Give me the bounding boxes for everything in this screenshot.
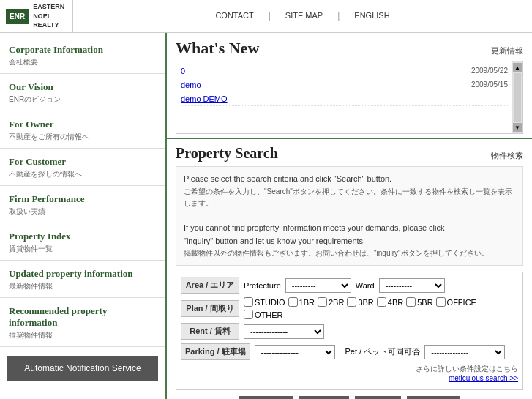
auto-notification-button[interactable]: Automatic Notification Service bbox=[7, 356, 158, 381]
sidebar-item-updated[interactable]: Updated property information 最新物件情報 bbox=[0, 261, 165, 298]
reset-button[interactable]: Reset bbox=[299, 396, 348, 399]
plan-label: Plan / 間取り bbox=[181, 300, 239, 317]
sidebar-item-corporate[interactable]: Corporate Information 会社概要 bbox=[0, 37, 165, 74]
plan-row: Plan / 間取り STUDIO 1BR 2BR 3BR 4BR 5BR OF… bbox=[181, 297, 518, 319]
plan-office: OFFICE bbox=[436, 297, 476, 307]
search-form: Area / エリア Prefecture --------- Ward ---… bbox=[176, 272, 523, 390]
plan-1br: 1BR bbox=[288, 297, 315, 307]
inquiry-button[interactable]: Inquiry bbox=[407, 396, 460, 399]
nav-sitemap[interactable]: SITE MAP bbox=[285, 11, 323, 21]
property-search-header: Property Search 物件検索 bbox=[176, 145, 523, 162]
rent-row: Rent / 賃料 -------------- bbox=[181, 323, 518, 340]
sidebar: Corporate Information 会社概要 Our Vision EN… bbox=[0, 33, 167, 399]
property-search-desc: Please select the search criteria and cl… bbox=[176, 166, 523, 266]
header: ENR EASTERNNOELREALTY CONTACT | SITE MAP… bbox=[0, 0, 532, 33]
rent-select[interactable]: -------------- bbox=[244, 324, 324, 339]
news-link-1[interactable]: demo bbox=[181, 81, 201, 89]
property-search-title: Property Search bbox=[176, 145, 278, 162]
news-date-0: 2009/05/22 bbox=[471, 67, 508, 75]
desc-jp1: ご希望の条件を入力し、"Search"ボタンを押してください。条件に一致する物件… bbox=[184, 186, 515, 209]
pet-select[interactable]: -------------- bbox=[424, 345, 505, 359]
news-date-1: 2009/05/15 bbox=[471, 81, 508, 89]
nav-links: CONTACT | SITE MAP | ENGLISH bbox=[73, 11, 532, 21]
advanced-text: さらに詳しい条件設定はこちら bbox=[416, 365, 518, 373]
plan-studio: STUDIO bbox=[244, 297, 285, 307]
parking-select[interactable]: -------------- bbox=[255, 345, 335, 359]
nav-english[interactable]: ENGLISH bbox=[354, 11, 389, 21]
logo-icon: ENR bbox=[6, 9, 29, 24]
news-link-2[interactable]: demo DEMO bbox=[181, 94, 228, 103]
whats-new-title-jp: 更新情報 bbox=[491, 45, 523, 56]
plan-2br: 2BR bbox=[318, 297, 344, 307]
plan-5br: 5BR bbox=[406, 297, 432, 307]
news-scrollbar: ▲ ▼ bbox=[512, 61, 522, 133]
ward-select[interactable]: ---------- bbox=[379, 278, 445, 293]
logo-text: EASTERNNOELREALTY bbox=[33, 2, 64, 30]
scroll-track bbox=[514, 73, 521, 122]
property-search-title-jp: 物件検索 bbox=[491, 150, 523, 161]
content-area: What's New 更新情報 0 2009/05/22 demo 2009/0… bbox=[167, 33, 532, 399]
advanced-search-row: さらに詳しい条件設定はこちら meticulous search >> bbox=[181, 364, 518, 382]
parking-label: Parking / 駐車場 bbox=[181, 343, 250, 360]
plan-checkboxes: STUDIO 1BR 2BR 3BR 4BR 5BR OFFICE OTHER bbox=[244, 297, 518, 319]
whats-new-section: What's New 更新情報 0 2009/05/22 demo 2009/0… bbox=[167, 33, 532, 139]
main-layout: Corporate Information 会社概要 Our Vision EN… bbox=[0, 33, 532, 399]
desc-jp2: 掲載物件以外の物件情報もございます。お問い合わせは、"inquiry"ボタンを押… bbox=[184, 247, 515, 259]
parking-pet-row: Parking / 駐車場 -------------- Pet / ペット可同… bbox=[181, 343, 518, 360]
nav-contact[interactable]: CONTACT bbox=[215, 11, 253, 21]
plan-4br: 4BR bbox=[377, 297, 403, 307]
desc-en1: Please select the search criteria and cl… bbox=[184, 173, 515, 186]
news-link-0[interactable]: 0 bbox=[181, 67, 185, 75]
prefecture-label-text: Prefecture bbox=[244, 281, 281, 290]
logo-area: ENR EASTERNNOELREALTY bbox=[0, 0, 73, 32]
sidebar-item-recommended[interactable]: Recommended property information 推奨物件情報 bbox=[0, 298, 165, 347]
prefecture-select[interactable]: --------- bbox=[285, 278, 351, 293]
property-search-section: Property Search 物件検索 Please select the s… bbox=[167, 139, 532, 399]
pet-label-text: Pet / ペット可同可否 bbox=[345, 346, 421, 357]
news-area: 0 2009/05/22 demo 2009/05/15 demo DEMO ▲ bbox=[176, 61, 523, 134]
sidebar-item-customer[interactable]: For Customer 不動産を探しの情報へ bbox=[0, 149, 165, 186]
rent-label: Rent / 賃料 bbox=[181, 323, 239, 340]
news-content: 0 2009/05/22 demo 2009/05/15 demo DEMO bbox=[176, 61, 512, 133]
plan-3br: 3BR bbox=[347, 297, 373, 307]
whats-new-title: What's New bbox=[176, 39, 259, 58]
desc-en2: If you cannot find propferty information… bbox=[184, 222, 515, 247]
scroll-down-btn[interactable]: ▼ bbox=[513, 123, 522, 132]
news-item-0: 0 2009/05/22 bbox=[181, 64, 508, 78]
sidebar-item-vision[interactable]: Our Vision ENRのビジョン bbox=[0, 74, 165, 111]
meticulous-search-link[interactable]: meticulous search >> bbox=[449, 374, 518, 382]
sidebar-item-property-index[interactable]: Property Index 賃貸物件一覧 bbox=[0, 223, 165, 261]
news-item-1: demo 2009/05/15 bbox=[181, 78, 508, 92]
news-item-2: demo DEMO bbox=[181, 92, 508, 106]
sidebar-item-performance[interactable]: Firm Performance 取扱い実績 bbox=[0, 186, 165, 223]
sidebar-item-owner[interactable]: For Owner 不動産をご所有の情報へ bbox=[0, 111, 165, 149]
scroll-up-btn[interactable]: ▲ bbox=[513, 63, 522, 72]
plan-other: OTHER bbox=[244, 310, 283, 319]
whats-new-header: What's New 更新情報 bbox=[176, 39, 523, 58]
search-button[interactable]: Search bbox=[239, 396, 293, 399]
ward-label-text: Ward bbox=[356, 281, 375, 290]
area-label: Area / エリア bbox=[181, 277, 239, 294]
back-button[interactable]: Back bbox=[355, 396, 401, 399]
area-row: Area / エリア Prefecture --------- Ward ---… bbox=[181, 277, 518, 294]
bottom-buttons: Search Reset Back Inquiry bbox=[176, 390, 523, 399]
